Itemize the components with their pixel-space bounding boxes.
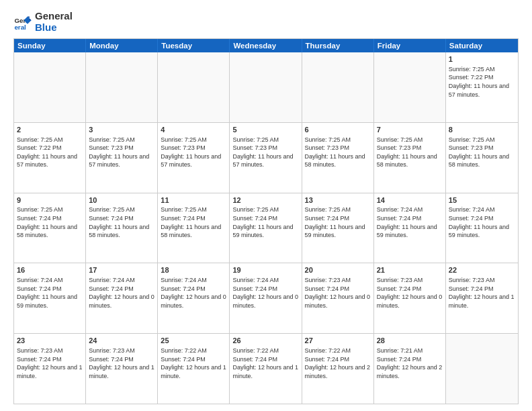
day-number: 11 [161,195,226,205]
day-cell-11: 11Sunrise: 7:25 AM Sunset: 7:24 PM Dayli… [158,193,230,263]
day-info: Sunrise: 7:23 AM Sunset: 7:24 PM Dayligh… [17,347,83,380]
day-info: Sunrise: 7:24 AM Sunset: 7:24 PM Dayligh… [161,276,226,310]
day-number: 25 [161,336,226,346]
day-info: Sunrise: 7:25 AM Sunset: 7:23 PM Dayligh… [305,136,371,169]
day-info: Sunrise: 7:24 AM Sunset: 7:24 PM Dayligh… [449,205,515,239]
day-number: 26 [232,336,298,346]
logo-general: General [35,11,73,22]
calendar-row: 9Sunrise: 7:25 AM Sunset: 7:24 PM Daylig… [14,193,518,264]
calendar: SundayMondayTuesdayWednesdayThursdayFrid… [13,38,519,404]
calendar-header: SundayMondayTuesdayWednesdayThursdayFrid… [14,39,518,52]
calendar-row: 23Sunrise: 7:23 AM Sunset: 7:24 PM Dayli… [14,334,518,404]
day-info: Sunrise: 7:24 AM Sunset: 7:24 PM Dayligh… [377,205,443,239]
calendar-body: 1Sunrise: 7:25 AM Sunset: 7:22 PM Daylig… [14,52,518,404]
day-info: Sunrise: 7:21 AM Sunset: 7:24 PM Dayligh… [377,347,443,380]
page-header: Gen eral General Blue [13,11,519,33]
day-cell-1: 1Sunrise: 7:25 AM Sunset: 7:22 PM Daylig… [446,52,518,122]
day-number: 18 [161,265,226,275]
day-info: Sunrise: 7:25 AM Sunset: 7:24 PM Dayligh… [89,205,154,239]
empty-cell [446,334,518,404]
header-cell-monday: Monday [86,39,158,52]
day-number: 6 [305,125,371,135]
logo: Gen eral General Blue [13,11,73,33]
day-number: 10 [89,195,154,205]
day-info: Sunrise: 7:24 AM Sunset: 7:24 PM Dayligh… [17,276,83,310]
empty-cell [374,52,446,122]
day-cell-15: 15Sunrise: 7:24 AM Sunset: 7:24 PM Dayli… [446,193,518,263]
header-cell-thursday: Thursday [302,39,374,52]
empty-cell [14,52,86,122]
day-cell-24: 24Sunrise: 7:23 AM Sunset: 7:24 PM Dayli… [86,334,158,404]
day-info: Sunrise: 7:22 AM Sunset: 7:24 PM Dayligh… [232,347,298,380]
day-info: Sunrise: 7:23 AM Sunset: 7:24 PM Dayligh… [89,347,154,380]
day-cell-6: 6Sunrise: 7:25 AM Sunset: 7:23 PM Daylig… [302,123,374,193]
day-info: Sunrise: 7:25 AM Sunset: 7:22 PM Dayligh… [17,136,83,169]
day-cell-20: 20Sunrise: 7:23 AM Sunset: 7:24 PM Dayli… [302,263,374,333]
day-info: Sunrise: 7:25 AM Sunset: 7:24 PM Dayligh… [161,205,226,239]
header-cell-tuesday: Tuesday [158,39,230,52]
day-cell-4: 4Sunrise: 7:25 AM Sunset: 7:23 PM Daylig… [158,123,230,193]
day-info: Sunrise: 7:22 AM Sunset: 7:24 PM Dayligh… [305,347,371,380]
day-info: Sunrise: 7:24 AM Sunset: 7:24 PM Dayligh… [232,276,298,310]
day-cell-3: 3Sunrise: 7:25 AM Sunset: 7:23 PM Daylig… [86,123,158,193]
day-cell-14: 14Sunrise: 7:24 AM Sunset: 7:24 PM Dayli… [374,193,446,263]
logo-icon: Gen eral [13,13,32,32]
day-cell-27: 27Sunrise: 7:22 AM Sunset: 7:24 PM Dayli… [302,334,374,404]
day-number: 13 [305,195,371,205]
day-number: 16 [17,265,83,275]
day-number: 1 [449,54,515,64]
day-number: 5 [232,125,298,135]
day-cell-21: 21Sunrise: 7:23 AM Sunset: 7:24 PM Dayli… [374,263,446,333]
day-cell-2: 2Sunrise: 7:25 AM Sunset: 7:22 PM Daylig… [14,123,86,193]
empty-cell [158,52,230,122]
day-info: Sunrise: 7:23 AM Sunset: 7:24 PM Dayligh… [305,276,371,310]
empty-cell [230,52,302,122]
day-info: Sunrise: 7:22 AM Sunset: 7:24 PM Dayligh… [161,347,226,380]
day-cell-25: 25Sunrise: 7:22 AM Sunset: 7:24 PM Dayli… [158,334,230,404]
day-number: 15 [449,195,515,205]
header-cell-wednesday: Wednesday [230,39,302,52]
day-number: 23 [17,336,83,346]
calendar-row: 16Sunrise: 7:24 AM Sunset: 7:24 PM Dayli… [14,263,518,334]
calendar-row: 1Sunrise: 7:25 AM Sunset: 7:22 PM Daylig… [14,52,518,123]
day-info: Sunrise: 7:25 AM Sunset: 7:24 PM Dayligh… [17,205,83,239]
day-number: 12 [232,195,298,205]
day-cell-7: 7Sunrise: 7:25 AM Sunset: 7:23 PM Daylig… [374,123,446,193]
day-number: 27 [305,336,371,346]
day-info: Sunrise: 7:25 AM Sunset: 7:23 PM Dayligh… [89,136,154,169]
day-info: Sunrise: 7:25 AM Sunset: 7:23 PM Dayligh… [377,136,443,169]
day-number: 21 [377,265,443,275]
day-number: 19 [232,265,298,275]
day-number: 28 [377,336,443,346]
day-number: 4 [161,125,226,135]
day-cell-19: 19Sunrise: 7:24 AM Sunset: 7:24 PM Dayli… [230,263,302,333]
empty-cell [302,52,374,122]
day-cell-18: 18Sunrise: 7:24 AM Sunset: 7:24 PM Dayli… [158,263,230,333]
day-cell-28: 28Sunrise: 7:21 AM Sunset: 7:24 PM Dayli… [374,334,446,404]
header-cell-saturday: Saturday [446,39,518,52]
day-info: Sunrise: 7:25 AM Sunset: 7:24 PM Dayligh… [232,205,298,239]
day-number: 22 [449,265,515,275]
header-cell-sunday: Sunday [14,39,86,52]
day-cell-12: 12Sunrise: 7:25 AM Sunset: 7:24 PM Dayli… [230,193,302,263]
day-cell-10: 10Sunrise: 7:25 AM Sunset: 7:24 PM Dayli… [86,193,158,263]
day-number: 14 [377,195,443,205]
day-number: 2 [17,125,83,135]
day-cell-26: 26Sunrise: 7:22 AM Sunset: 7:24 PM Dayli… [230,334,302,404]
day-info: Sunrise: 7:23 AM Sunset: 7:24 PM Dayligh… [377,276,443,310]
calendar-row: 2Sunrise: 7:25 AM Sunset: 7:22 PM Daylig… [14,123,518,193]
day-cell-23: 23Sunrise: 7:23 AM Sunset: 7:24 PM Dayli… [14,334,86,404]
day-info: Sunrise: 7:25 AM Sunset: 7:23 PM Dayligh… [449,136,515,169]
day-number: 7 [377,125,443,135]
day-number: 24 [89,336,154,346]
day-number: 9 [17,195,83,205]
empty-cell [86,52,158,122]
day-number: 3 [89,125,154,135]
day-cell-16: 16Sunrise: 7:24 AM Sunset: 7:24 PM Dayli… [14,263,86,333]
day-number: 17 [89,265,154,275]
day-info: Sunrise: 7:24 AM Sunset: 7:24 PM Dayligh… [89,276,154,310]
day-cell-13: 13Sunrise: 7:25 AM Sunset: 7:24 PM Dayli… [302,193,374,263]
header-cell-friday: Friday [374,39,446,52]
day-cell-8: 8Sunrise: 7:25 AM Sunset: 7:23 PM Daylig… [446,123,518,193]
day-info: Sunrise: 7:25 AM Sunset: 7:24 PM Dayligh… [305,205,371,239]
